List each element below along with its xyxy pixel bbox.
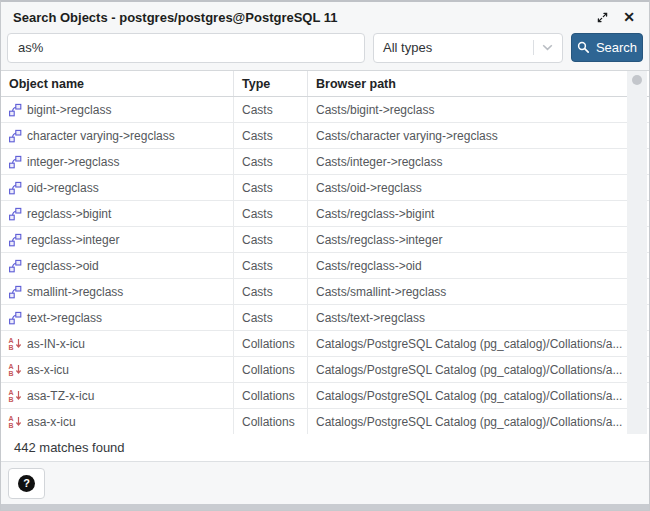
titlebar: Search Objects - postgres/postgres@Postg… <box>1 2 649 32</box>
object-name-cell: regclass->integer <box>1 227 234 252</box>
object-name-cell: smallint->regclass <box>1 279 234 304</box>
type-cell: Casts <box>234 227 308 252</box>
type-cell: Casts <box>234 97 308 122</box>
search-button[interactable]: Search <box>571 33 643 62</box>
column-header-type[interactable]: Type <box>234 71 308 96</box>
results-grid: Object name Type Browser path bigint->re… <box>1 70 649 434</box>
object-name-label: oid->regclass <box>27 181 99 195</box>
cast-icon <box>8 103 22 117</box>
type-cell: Casts <box>234 201 308 226</box>
table-row[interactable]: ABas-x-icuCollationsCatalogs/PostgreSQL … <box>1 357 649 383</box>
table-row[interactable]: text->regclassCastsCasts/text->regclass <box>1 305 649 331</box>
type-cell: Collations <box>234 331 308 356</box>
collation-icon: AB <box>8 388 22 403</box>
object-name-cell: ABas-x-icu <box>1 357 234 382</box>
close-icon: ✕ <box>623 10 635 24</box>
scrollbar-thumb[interactable] <box>632 75 642 85</box>
table-row[interactable]: character varying->regclassCastsCasts/ch… <box>1 123 649 149</box>
cast-icon <box>8 259 22 273</box>
column-header-object-name[interactable]: Object name <box>1 71 234 96</box>
cast-icon <box>8 285 22 299</box>
expand-icon <box>596 11 609 24</box>
type-filter-value: All types <box>383 40 533 55</box>
table-row[interactable]: bigint->regclassCastsCasts/bigint->regcl… <box>1 97 649 123</box>
type-cell: Casts <box>234 123 308 148</box>
type-cell: Collations <box>234 383 308 408</box>
type-cell: Collations <box>234 409 308 434</box>
browser-path-cell: Casts/oid->regclass <box>308 175 649 200</box>
object-name-cell: bigint->regclass <box>1 97 234 122</box>
expand-button[interactable] <box>594 9 611 26</box>
object-name-cell: ABasa-x-icu <box>1 409 234 434</box>
grid-header: Object name Type Browser path <box>1 71 649 97</box>
browser-path-cell: Catalogs/PostgreSQL Catalog (pg_catalog)… <box>308 383 649 408</box>
select-divider <box>533 40 534 55</box>
object-name-cell: regclass->bigint <box>1 201 234 226</box>
search-bar: All types Search <box>1 32 649 70</box>
search-objects-dialog: Search Objects - postgres/postgres@Postg… <box>0 0 650 511</box>
object-name-cell: text->regclass <box>1 305 234 330</box>
browser-path-cell: Casts/smallint->regclass <box>308 279 649 304</box>
svg-text:B: B <box>9 422 14 429</box>
collation-icon: AB <box>8 336 22 351</box>
type-cell: Casts <box>234 149 308 174</box>
type-filter-select[interactable]: All types <box>373 33 563 63</box>
object-name-label: integer->regclass <box>27 155 119 169</box>
status-bar: 442 matches found <box>1 434 649 462</box>
table-row[interactable]: regclass->integerCastsCasts/regclass->in… <box>1 227 649 253</box>
table-row[interactable]: integer->regclassCastsCasts/integer->reg… <box>1 149 649 175</box>
table-row[interactable]: ABasa-x-icuCollationsCatalogs/PostgreSQL… <box>1 409 649 434</box>
help-button[interactable]: ? <box>8 468 45 499</box>
object-name-label: text->regclass <box>27 311 102 325</box>
table-row[interactable]: ABasa-TZ-x-icuCollationsCatalogs/Postgre… <box>1 383 649 409</box>
cast-icon <box>8 233 22 247</box>
object-name-label: regclass->bigint <box>27 207 111 221</box>
object-name-label: regclass->integer <box>27 233 119 247</box>
object-name-label: asa-TZ-x-icu <box>27 389 94 403</box>
cast-icon <box>8 311 22 325</box>
browser-path-cell: Casts/regclass->bigint <box>308 201 649 226</box>
cast-icon <box>8 181 22 195</box>
vertical-scrollbar[interactable] <box>627 71 647 434</box>
type-cell: Collations <box>234 357 308 382</box>
svg-text:B: B <box>9 396 14 403</box>
object-name-label: bigint->regclass <box>27 103 111 117</box>
svg-text:A: A <box>9 337 14 344</box>
column-header-browser-path[interactable]: Browser path <box>308 71 649 96</box>
close-button[interactable]: ✕ <box>621 8 637 26</box>
table-row[interactable]: regclass->bigintCastsCasts/regclass->big… <box>1 201 649 227</box>
object-name-label: character varying->regclass <box>27 129 175 143</box>
search-button-label: Search <box>596 40 637 55</box>
browser-path-cell: Casts/character varying->regclass <box>308 123 649 148</box>
dialog-bottom-edge <box>1 504 649 510</box>
browser-path-cell: Casts/integer->regclass <box>308 149 649 174</box>
svg-text:B: B <box>9 344 14 351</box>
object-name-label: as-IN-x-icu <box>27 337 85 351</box>
type-cell: Casts <box>234 305 308 330</box>
help-icon: ? <box>18 475 35 492</box>
object-name-cell: oid->regclass <box>1 175 234 200</box>
object-name-label: as-x-icu <box>27 363 69 377</box>
object-name-cell: ABasa-TZ-x-icu <box>1 383 234 408</box>
cast-icon <box>8 129 22 143</box>
type-cell: Casts <box>234 175 308 200</box>
table-row[interactable]: smallint->regclassCastsCasts/smallint->r… <box>1 279 649 305</box>
svg-text:B: B <box>9 370 14 377</box>
browser-path-cell: Casts/regclass->oid <box>308 253 649 278</box>
grid-body: bigint->regclassCastsCasts/bigint->regcl… <box>1 97 649 434</box>
table-row[interactable]: ABas-IN-x-icuCollationsCatalogs/PostgreS… <box>1 331 649 357</box>
table-row[interactable]: oid->regclassCastsCasts/oid->regclass <box>1 175 649 201</box>
type-cell: Casts <box>234 279 308 304</box>
search-input[interactable] <box>7 33 365 63</box>
table-row[interactable]: regclass->oidCastsCasts/regclass->oid <box>1 253 649 279</box>
browser-path-cell: Catalogs/PostgreSQL Catalog (pg_catalog)… <box>308 409 649 434</box>
chevron-down-icon <box>542 44 553 51</box>
object-name-label: smallint->regclass <box>27 285 123 299</box>
dialog-footer: ? <box>1 462 649 504</box>
svg-text:A: A <box>9 415 14 422</box>
cast-icon <box>8 207 22 221</box>
collation-icon: AB <box>8 362 22 377</box>
search-icon <box>577 41 590 54</box>
object-name-label: asa-x-icu <box>27 415 76 429</box>
browser-path-cell: Casts/text->regclass <box>308 305 649 330</box>
